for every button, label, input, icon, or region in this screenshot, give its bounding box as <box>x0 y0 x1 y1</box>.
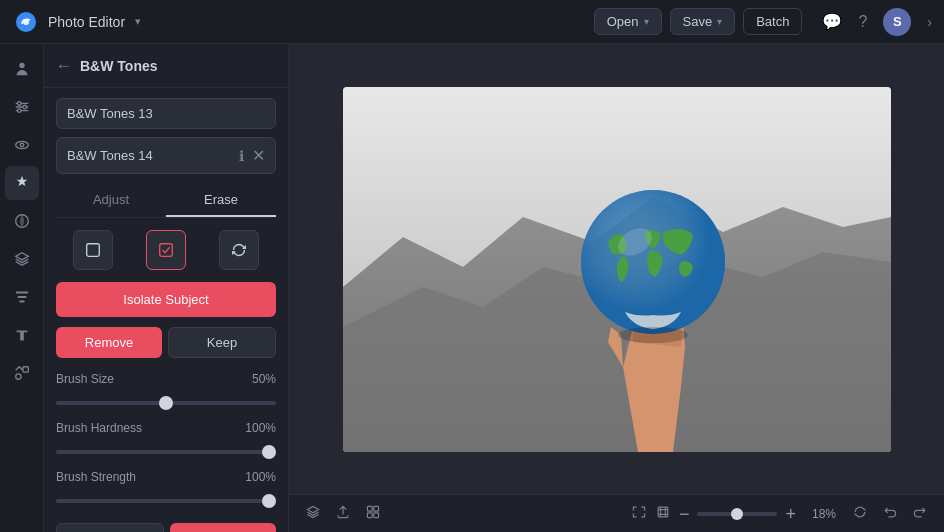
tab-adjust[interactable]: Adjust <box>56 184 166 217</box>
isolate-subject-button[interactable]: Isolate Subject <box>56 282 276 317</box>
chat-icon[interactable]: 💬 <box>822 12 842 31</box>
svg-point-3 <box>15 141 28 148</box>
zoom-percent: 18% <box>804 507 836 521</box>
open-chevron-icon: ▾ <box>644 16 649 27</box>
app-name: Photo Editor <box>48 14 125 30</box>
brush-size-label-row: Brush Size 50% <box>56 372 276 386</box>
more-icon[interactable]: › <box>927 14 932 30</box>
bottom-right-icons <box>852 504 928 523</box>
svg-point-2 <box>19 63 24 68</box>
svg-rect-10 <box>22 367 27 372</box>
brush-strength-slider-row: Brush Strength 100% <box>56 470 276 507</box>
batch-button[interactable]: Batch <box>743 8 802 35</box>
zoom-out-button[interactable]: − <box>679 505 690 523</box>
refresh-canvas-icon[interactable] <box>852 504 868 523</box>
photo-background <box>343 87 891 452</box>
apply-button[interactable]: Apply <box>170 523 276 532</box>
remove-button[interactable]: Remove <box>56 327 162 358</box>
share-bottom-icon[interactable] <box>335 504 351 523</box>
panel-title: B&W Tones <box>80 58 158 74</box>
active-preset-row: B&W Tones 14 ℹ ✕ <box>56 137 276 174</box>
sidebar-layers-icon[interactable] <box>5 242 39 276</box>
brush-hardness-input[interactable] <box>56 450 276 454</box>
brush-strength-value: 100% <box>245 470 276 484</box>
sidebar-shapes-icon[interactable] <box>5 356 39 390</box>
undo-icon[interactable] <box>882 504 898 523</box>
cancel-button[interactable]: Cancel <box>56 523 164 532</box>
topbar: Photo Editor ▾ Open ▾ Save ▾ Batch 💬 ? S… <box>0 0 944 44</box>
svg-rect-28 <box>658 507 668 517</box>
icon-sidebar <box>0 44 44 532</box>
icon-tools-row <box>56 230 276 270</box>
refresh-tool[interactable] <box>219 230 259 270</box>
zoom-slider[interactable] <box>697 512 777 516</box>
zoom-slider-thumb <box>731 508 743 520</box>
brush-active-tool[interactable] <box>146 230 186 270</box>
svg-rect-27 <box>374 513 379 518</box>
tabs-row: Adjust Erase <box>56 184 276 218</box>
brush-hardness-label: Brush Hardness <box>56 421 142 435</box>
preset-info-button[interactable]: ℹ <box>239 148 244 164</box>
svg-rect-12 <box>160 244 173 257</box>
svg-point-4 <box>20 143 24 147</box>
svg-rect-8 <box>19 301 24 303</box>
svg-rect-24 <box>367 506 372 511</box>
left-panel: ← B&W Tones B&W Tones 14 ℹ ✕ Adjust Eras… <box>44 44 289 532</box>
sidebar-filter-icon[interactable] <box>5 280 39 314</box>
photo-container <box>343 87 891 452</box>
avatar[interactable]: S <box>883 8 911 36</box>
svg-point-1 <box>23 19 29 25</box>
svg-rect-6 <box>15 292 28 294</box>
brush-size-slider-row: Brush Size 50% <box>56 372 276 409</box>
sidebar-adjust-icon[interactable] <box>5 90 39 124</box>
bottom-bar: − + 18% <box>289 494 944 532</box>
layers-bottom-icon[interactable] <box>305 504 321 523</box>
brush-hardness-slider-row: Brush Hardness 100% <box>56 421 276 458</box>
brush-strength-label-row: Brush Strength 100% <box>56 470 276 484</box>
remove-keep-row: Remove Keep <box>56 327 276 358</box>
redo-icon[interactable] <box>912 504 928 523</box>
brush-hardness-value: 100% <box>245 421 276 435</box>
app-chevron-icon: ▾ <box>135 15 141 28</box>
app-logo <box>12 8 40 36</box>
preset-close-button[interactable]: ✕ <box>252 146 265 165</box>
sidebar-eye-icon[interactable] <box>5 128 39 162</box>
sidebar-text-icon[interactable] <box>5 318 39 352</box>
canvas-area: − + 18% <box>289 44 944 532</box>
brush-strength-input[interactable] <box>56 499 276 503</box>
brush-size-label: Brush Size <box>56 372 114 386</box>
sidebar-person-icon[interactable] <box>5 52 39 86</box>
action-row: Cancel Apply <box>56 523 276 532</box>
svg-rect-11 <box>86 244 99 257</box>
tab-erase[interactable]: Erase <box>166 184 276 217</box>
panel-header: ← B&W Tones <box>44 44 288 88</box>
fit-crop-icon[interactable] <box>655 504 671 523</box>
preset-name-input[interactable] <box>56 98 276 129</box>
open-button[interactable]: Open ▾ <box>594 8 662 35</box>
topbar-icons: 💬 ? S › <box>822 8 932 36</box>
grid-bottom-icon[interactable] <box>365 504 381 523</box>
zoom-in-button[interactable]: + <box>785 505 796 523</box>
zoom-controls: − + 18% <box>631 504 836 523</box>
svg-rect-26 <box>367 513 372 518</box>
canvas-main[interactable] <box>289 44 944 494</box>
fit-view-icon[interactable] <box>631 504 647 523</box>
brush-size-value: 50% <box>252 372 276 386</box>
photo-svg <box>343 87 891 452</box>
bottom-left-icons <box>305 504 381 523</box>
sidebar-effects-icon[interactable] <box>5 166 39 200</box>
svg-point-9 <box>15 374 20 379</box>
svg-rect-25 <box>374 506 379 511</box>
keep-button[interactable]: Keep <box>168 327 276 358</box>
brush-circle-tool[interactable] <box>73 230 113 270</box>
panel-content: B&W Tones 14 ℹ ✕ Adjust Erase <box>44 88 288 532</box>
svg-point-23 <box>618 327 688 343</box>
save-button[interactable]: Save ▾ <box>670 8 736 35</box>
brush-size-input[interactable] <box>56 401 276 405</box>
panel-back-button[interactable]: ← <box>56 57 72 75</box>
save-chevron-icon: ▾ <box>717 16 722 27</box>
help-icon[interactable]: ? <box>858 13 867 31</box>
brush-hardness-label-row: Brush Hardness 100% <box>56 421 276 435</box>
sidebar-color-icon[interactable] <box>5 204 39 238</box>
active-preset-name: B&W Tones 14 <box>67 148 231 163</box>
